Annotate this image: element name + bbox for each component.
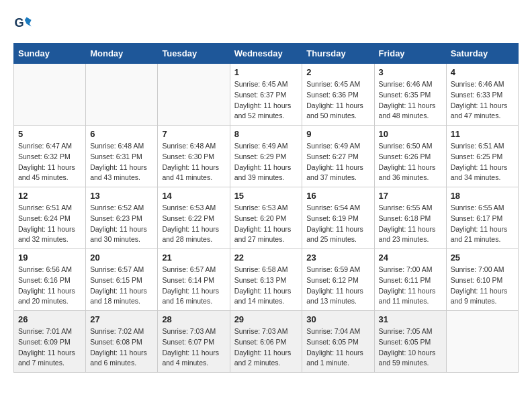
day-info: Sunrise: 7:03 AM Sunset: 6:06 PM Dayligh…: [234, 326, 298, 369]
day-info: Sunrise: 6:51 AM Sunset: 6:25 PM Dayligh…: [451, 141, 514, 183]
day-number: 19: [18, 253, 81, 263]
day-info: Sunrise: 7:04 AM Sunset: 6:05 PM Dayligh…: [306, 326, 369, 369]
calendar-cell: [158, 64, 230, 126]
day-number: 5: [18, 129, 81, 139]
calendar-cell: 15Sunrise: 6:53 AM Sunset: 6:20 PM Dayli…: [230, 187, 302, 249]
calendar-cell: 5Sunrise: 6:47 AM Sunset: 6:32 PM Daylig…: [14, 126, 86, 187]
day-number: 20: [90, 253, 153, 263]
day-number: 27: [90, 314, 153, 324]
day-info: Sunrise: 7:02 AM Sunset: 6:08 PM Dayligh…: [90, 326, 153, 369]
calendar-cell: 13Sunrise: 6:52 AM Sunset: 6:23 PM Dayli…: [86, 187, 158, 249]
calendar-cell: [446, 311, 518, 373]
day-number: 2: [306, 67, 369, 77]
day-number: 18: [451, 191, 514, 201]
day-number: 28: [162, 314, 225, 324]
calendar-week-row: 1Sunrise: 6:45 AM Sunset: 6:37 PM Daylig…: [14, 64, 519, 126]
col-header-tuesday: Tuesday: [158, 44, 230, 64]
day-number: 3: [379, 67, 442, 77]
calendar-cell: [14, 64, 86, 126]
day-number: 12: [18, 191, 81, 201]
day-number: 14: [162, 191, 225, 201]
day-info: Sunrise: 6:45 AM Sunset: 6:37 PM Dayligh…: [234, 79, 298, 122]
day-number: 30: [306, 314, 369, 324]
day-number: 21: [162, 253, 225, 263]
day-info: Sunrise: 6:46 AM Sunset: 6:33 PM Dayligh…: [451, 79, 514, 122]
calendar-cell: 22Sunrise: 6:58 AM Sunset: 6:13 PM Dayli…: [230, 249, 302, 311]
calendar-cell: 12Sunrise: 6:51 AM Sunset: 6:24 PM Dayli…: [14, 187, 86, 249]
day-info: Sunrise: 6:53 AM Sunset: 6:22 PM Dayligh…: [162, 203, 225, 245]
day-number: 22: [234, 253, 298, 263]
calendar-cell: 10Sunrise: 6:50 AM Sunset: 6:26 PM Dayli…: [374, 126, 446, 187]
day-number: 1: [234, 67, 298, 77]
day-number: 9: [306, 129, 369, 139]
calendar-cell: 1Sunrise: 6:45 AM Sunset: 6:37 PM Daylig…: [230, 64, 302, 126]
day-info: Sunrise: 6:49 AM Sunset: 6:27 PM Dayligh…: [306, 141, 369, 183]
day-info: Sunrise: 7:03 AM Sunset: 6:07 PM Dayligh…: [162, 326, 225, 369]
calendar-cell: 30Sunrise: 7:04 AM Sunset: 6:05 PM Dayli…: [302, 311, 374, 373]
calendar-cell: 21Sunrise: 6:57 AM Sunset: 6:14 PM Dayli…: [158, 249, 230, 311]
calendar-cell: 16Sunrise: 6:54 AM Sunset: 6:19 PM Dayli…: [302, 187, 374, 249]
col-header-friday: Friday: [374, 44, 446, 64]
day-number: 23: [306, 253, 369, 263]
calendar-cell: 7Sunrise: 6:48 AM Sunset: 6:30 PM Daylig…: [158, 126, 230, 187]
col-header-wednesday: Wednesday: [230, 44, 302, 64]
calendar-cell: 11Sunrise: 6:51 AM Sunset: 6:25 PM Dayli…: [446, 126, 518, 187]
day-info: Sunrise: 6:48 AM Sunset: 6:31 PM Dayligh…: [90, 141, 153, 183]
day-number: 16: [306, 191, 369, 201]
calendar-week-row: 12Sunrise: 6:51 AM Sunset: 6:24 PM Dayli…: [14, 187, 519, 249]
calendar-cell: 27Sunrise: 7:02 AM Sunset: 6:08 PM Dayli…: [86, 311, 158, 373]
calendar-cell: 23Sunrise: 6:59 AM Sunset: 6:12 PM Dayli…: [302, 249, 374, 311]
calendar-cell: [86, 64, 158, 126]
day-number: 13: [90, 191, 153, 201]
col-header-thursday: Thursday: [302, 44, 374, 64]
calendar-cell: 14Sunrise: 6:53 AM Sunset: 6:22 PM Dayli…: [158, 187, 230, 249]
calendar-week-row: 5Sunrise: 6:47 AM Sunset: 6:32 PM Daylig…: [14, 126, 519, 187]
day-info: Sunrise: 6:59 AM Sunset: 6:12 PM Dayligh…: [306, 265, 369, 307]
calendar-cell: 29Sunrise: 7:03 AM Sunset: 6:06 PM Dayli…: [230, 311, 302, 373]
col-header-monday: Monday: [86, 44, 158, 64]
day-info: Sunrise: 7:00 AM Sunset: 6:11 PM Dayligh…: [379, 265, 442, 307]
logo: G: [13, 13, 35, 32]
day-info: Sunrise: 7:01 AM Sunset: 6:09 PM Dayligh…: [18, 326, 81, 369]
day-number: 31: [379, 314, 442, 324]
day-info: Sunrise: 6:57 AM Sunset: 6:14 PM Dayligh…: [162, 265, 225, 307]
day-info: Sunrise: 7:00 AM Sunset: 6:10 PM Dayligh…: [451, 265, 514, 307]
calendar-cell: 19Sunrise: 6:56 AM Sunset: 6:16 PM Dayli…: [14, 249, 86, 311]
calendar-header-row: SundayMondayTuesdayWednesdayThursdayFrid…: [14, 44, 519, 64]
day-number: 4: [451, 67, 514, 77]
calendar-cell: 4Sunrise: 6:46 AM Sunset: 6:33 PM Daylig…: [446, 64, 518, 126]
day-info: Sunrise: 6:49 AM Sunset: 6:29 PM Dayligh…: [234, 141, 298, 183]
day-info: Sunrise: 6:58 AM Sunset: 6:13 PM Dayligh…: [234, 265, 298, 307]
calendar-cell: 24Sunrise: 7:00 AM Sunset: 6:11 PM Dayli…: [374, 249, 446, 311]
day-info: Sunrise: 6:54 AM Sunset: 6:19 PM Dayligh…: [306, 203, 369, 245]
day-number: 7: [162, 129, 225, 139]
calendar-week-row: 19Sunrise: 6:56 AM Sunset: 6:16 PM Dayli…: [14, 249, 519, 311]
day-info: Sunrise: 6:55 AM Sunset: 6:17 PM Dayligh…: [451, 203, 514, 245]
calendar-cell: 25Sunrise: 7:00 AM Sunset: 6:10 PM Dayli…: [446, 249, 518, 311]
calendar-cell: 31Sunrise: 7:05 AM Sunset: 6:05 PM Dayli…: [374, 311, 446, 373]
calendar-cell: 28Sunrise: 7:03 AM Sunset: 6:07 PM Dayli…: [158, 311, 230, 373]
day-number: 25: [451, 253, 514, 263]
day-info: Sunrise: 6:48 AM Sunset: 6:30 PM Dayligh…: [162, 141, 225, 183]
day-number: 6: [90, 129, 153, 139]
day-number: 17: [379, 191, 442, 201]
day-info: Sunrise: 6:52 AM Sunset: 6:23 PM Dayligh…: [90, 203, 153, 245]
calendar-cell: 3Sunrise: 6:46 AM Sunset: 6:35 PM Daylig…: [374, 64, 446, 126]
page-header: G: [13, 13, 519, 32]
day-info: Sunrise: 7:05 AM Sunset: 6:05 PM Dayligh…: [379, 326, 442, 369]
day-info: Sunrise: 6:56 AM Sunset: 6:16 PM Dayligh…: [18, 265, 81, 307]
calendar-cell: 20Sunrise: 6:57 AM Sunset: 6:15 PM Dayli…: [86, 249, 158, 311]
calendar-cell: 6Sunrise: 6:48 AM Sunset: 6:31 PM Daylig…: [86, 126, 158, 187]
day-number: 11: [451, 129, 514, 139]
svg-text:G: G: [14, 16, 24, 30]
day-info: Sunrise: 6:51 AM Sunset: 6:24 PM Dayligh…: [18, 203, 81, 245]
day-number: 15: [234, 191, 298, 201]
day-info: Sunrise: 6:45 AM Sunset: 6:36 PM Dayligh…: [306, 79, 369, 122]
calendar-week-row: 26Sunrise: 7:01 AM Sunset: 6:09 PM Dayli…: [14, 311, 519, 373]
calendar-cell: 26Sunrise: 7:01 AM Sunset: 6:09 PM Dayli…: [14, 311, 86, 373]
logo-icon: G: [13, 13, 32, 32]
day-info: Sunrise: 6:55 AM Sunset: 6:18 PM Dayligh…: [379, 203, 442, 245]
day-info: Sunrise: 6:50 AM Sunset: 6:26 PM Dayligh…: [379, 141, 442, 183]
svg-marker-1: [25, 17, 32, 27]
day-info: Sunrise: 6:47 AM Sunset: 6:32 PM Dayligh…: [18, 141, 81, 183]
